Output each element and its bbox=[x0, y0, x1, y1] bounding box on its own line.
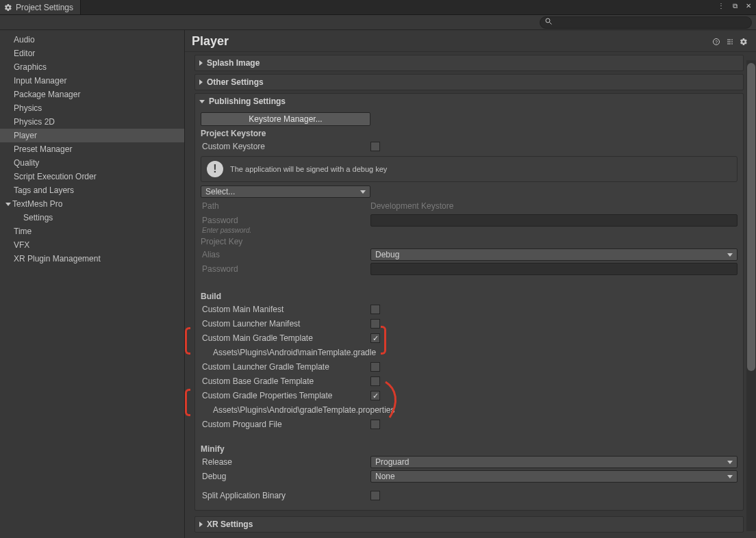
custom-launcher-gradle-checkbox[interactable] bbox=[370, 362, 380, 372]
password-label: Password bbox=[201, 216, 370, 225]
sidebar-item-quality[interactable]: Quality bbox=[0, 156, 184, 170]
foldout-header-publishing[interactable]: Publishing Settings bbox=[195, 94, 743, 109]
sidebar-item-vfx[interactable]: VFX bbox=[0, 238, 184, 252]
svg-line-1 bbox=[550, 23, 552, 25]
search-row bbox=[0, 15, 756, 30]
custom-launcher-gradle-label: Custom Launcher Gradle Template bbox=[201, 362, 370, 372]
chevron-right-icon bbox=[199, 79, 203, 85]
foldout-label: Publishing Settings bbox=[209, 97, 286, 106]
project-key-title: Project Key bbox=[201, 237, 738, 246]
presets-icon[interactable] bbox=[724, 36, 735, 47]
release-dropdown[interactable]: Proguard bbox=[370, 456, 738, 468]
split-binary-checkbox[interactable] bbox=[370, 491, 380, 500]
foldout-header-xr[interactable]: XR Settings bbox=[195, 517, 743, 532]
key-password-input[interactable] bbox=[370, 263, 738, 275]
sidebar-item-preset-manager[interactable]: Preset Manager bbox=[0, 142, 184, 156]
foldout-header-splash[interactable]: Splash Image bbox=[195, 55, 743, 71]
keystore-password-input[interactable] bbox=[370, 214, 738, 227]
foldout-header-other[interactable]: Other Settings bbox=[195, 75, 743, 90]
minify-title: Minify bbox=[201, 444, 738, 454]
foldout-xr-settings: XR Settings bbox=[194, 516, 744, 533]
custom-keystore-checkbox[interactable] bbox=[370, 142, 380, 151]
search-input[interactable] bbox=[553, 18, 747, 27]
sidebar-item-tags-and-layers[interactable]: Tags and Layers bbox=[0, 183, 184, 197]
annotation-bracket bbox=[185, 327, 190, 355]
sidebar-item-xr-plugin-management[interactable]: XR Plugin Management bbox=[0, 252, 184, 266]
chevron-down-icon bbox=[727, 475, 733, 478]
sidebar-item-label: TextMesh Pro bbox=[12, 198, 62, 209]
sidebar: Audio Editor Graphics Input Manager Pack… bbox=[0, 30, 185, 538]
panel-body: Splash Image Other Settings Publishing S… bbox=[185, 52, 756, 538]
svg-point-0 bbox=[546, 18, 550, 23]
custom-main-gradle-label: Custom Main Gradle Template bbox=[201, 333, 370, 343]
sidebar-item-graphics[interactable]: Graphics bbox=[0, 60, 184, 74]
foldout-publishing-settings: Publishing Settings Keystore Manager... … bbox=[194, 93, 744, 511]
custom-gradle-props-label: Custom Gradle Properties Template bbox=[201, 391, 370, 400]
project-keystore-title: Project Keystore bbox=[201, 129, 738, 138]
custom-launcher-manifest-checkbox[interactable] bbox=[370, 319, 380, 329]
debug-dropdown[interactable]: None bbox=[370, 470, 738, 483]
custom-gradle-props-checkbox[interactable] bbox=[370, 391, 380, 400]
sidebar-item-audio[interactable]: Audio bbox=[0, 33, 184, 47]
split-binary-label: Split Application Binary bbox=[201, 491, 370, 500]
custom-proguard-checkbox[interactable] bbox=[370, 420, 380, 429]
dropdown-value: Debug bbox=[375, 250, 399, 259]
alias-label: Alias bbox=[201, 250, 370, 259]
info-debug-key: ! The application will be signed with a … bbox=[201, 156, 738, 182]
sidebar-item-textmesh-pro[interactable]: TextMesh Pro bbox=[0, 197, 184, 211]
info-text: The application will be signed with a de… bbox=[230, 165, 387, 173]
sidebar-item-package-manager[interactable]: Package Manager bbox=[0, 88, 184, 101]
search-input-wrap[interactable] bbox=[540, 16, 752, 29]
content: Audio Editor Graphics Input Manager Pack… bbox=[0, 30, 756, 538]
scrollbar-track[interactable] bbox=[746, 60, 756, 531]
window-titlebar: Project Settings ⋮ ⧉ ✕ bbox=[0, 0, 756, 15]
sidebar-item-script-execution-order[interactable]: Script Execution Order bbox=[0, 170, 184, 183]
dropdown-value: Select... bbox=[205, 187, 235, 196]
keystore-manager-button[interactable]: Keystore Manager... bbox=[201, 112, 370, 126]
search-icon bbox=[544, 17, 553, 27]
publishing-content: Keystore Manager... Project Keystore Cus… bbox=[195, 109, 743, 510]
alias-dropdown[interactable]: Debug bbox=[370, 248, 738, 261]
settings-gear-icon[interactable] bbox=[738, 36, 749, 47]
key-password-label: Password bbox=[201, 264, 370, 274]
window-controls: ⋮ ⧉ ✕ bbox=[716, 1, 753, 11]
foldout-label: XR Settings bbox=[207, 520, 253, 529]
help-icon[interactable]: ? bbox=[711, 36, 722, 47]
custom-proguard-label: Custom Proguard File bbox=[201, 420, 370, 429]
chevron-down-icon bbox=[199, 100, 205, 103]
main-panel: Player ? Splash Image bbox=[185, 30, 756, 538]
sidebar-item-player[interactable]: Player bbox=[0, 129, 184, 142]
sidebar-item-physics[interactable]: Physics bbox=[0, 101, 184, 115]
foldout-label: Other Settings bbox=[207, 77, 264, 87]
password-hint: Enter password. bbox=[201, 227, 738, 234]
window-maximize-icon[interactable]: ⧉ bbox=[730, 1, 740, 11]
debug-label: Debug bbox=[201, 472, 370, 481]
sidebar-item-textmesh-settings[interactable]: Settings bbox=[0, 211, 184, 225]
custom-main-manifest-label: Custom Main Manifest bbox=[201, 305, 370, 314]
window-menu-icon[interactable]: ⋮ bbox=[716, 1, 726, 11]
custom-main-manifest-checkbox[interactable] bbox=[370, 305, 380, 314]
foldout-label: Splash Image bbox=[207, 58, 260, 68]
custom-base-gradle-checkbox[interactable] bbox=[370, 376, 380, 386]
annotation-bracket bbox=[185, 389, 190, 416]
sidebar-item-editor[interactable]: Editor bbox=[0, 47, 184, 60]
main-title: Player bbox=[192, 34, 708, 49]
sidebar-item-physics-2d[interactable]: Physics 2D bbox=[0, 115, 184, 129]
window-close-icon[interactable]: ✕ bbox=[744, 1, 753, 11]
chevron-down-icon bbox=[5, 203, 11, 206]
info-icon: ! bbox=[207, 161, 223, 177]
scrollbar-thumb[interactable] bbox=[747, 63, 755, 371]
window-title: Project Settings bbox=[16, 3, 73, 12]
sidebar-item-time[interactable]: Time bbox=[0, 225, 184, 238]
chevron-down-icon bbox=[727, 253, 733, 257]
custom-keystore-label: Custom Keystore bbox=[201, 142, 370, 151]
project-settings-tab[interactable]: Project Settings bbox=[0, 0, 81, 14]
foldout-other-settings: Other Settings bbox=[194, 74, 744, 90]
custom-main-gradle-path: Assets\Plugins\Android\mainTemplate.grad… bbox=[201, 348, 376, 357]
keystore-select-dropdown[interactable]: Select... bbox=[201, 185, 370, 198]
chevron-right-icon bbox=[199, 522, 203, 527]
sidebar-item-input-manager[interactable]: Input Manager bbox=[0, 74, 184, 88]
dropdown-value: Proguard bbox=[375, 457, 409, 467]
custom-main-gradle-checkbox[interactable] bbox=[370, 333, 380, 343]
chevron-down-icon bbox=[727, 461, 733, 464]
